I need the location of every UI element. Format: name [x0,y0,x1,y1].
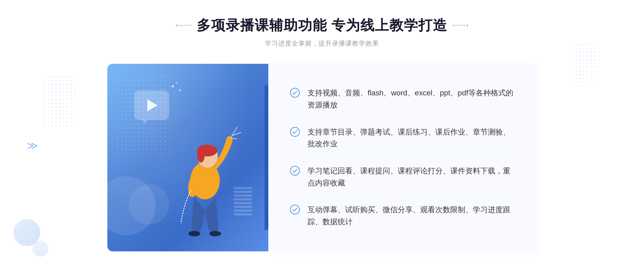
feature-item-4: 互动弹幕、试听购买、微信分享、观看次数限制、学习进度跟踪、数据统计 [290,197,515,234]
page-container: ≫ 多项录播课辅助功能 专为线上教学打造 学习进度全掌握，提升 [0,0,644,261]
svg-point-4 [188,231,200,236]
main-content: 支持视频、音频、flash、word、excel、ppt、pdf等各种格式的资源… [107,64,537,251]
title-decoration-right [453,24,468,27]
check-icon-4 [290,204,300,215]
feature-text-3: 学习笔记回看、课程提问、课程评论打分、课件资料下载，重点内容收藏 [308,165,515,189]
page-title: 多项录播课辅助功能 专为线上教学打造 [197,16,447,35]
svg-point-5 [209,231,221,236]
chevron-left-icon: ≫ [27,139,38,152]
page-header: 多项录播课辅助功能 专为线上教学打造 学习进度全掌握，提升录播课教学效果 [176,16,468,48]
feature-text-2: 支持章节目录、弹题考试、课后练习、课后作业、章节测验、批改作业 [308,126,515,150]
feature-text-1: 支持视频、音频、flash、word、excel、ppt、pdf等各种格式的资源… [308,87,515,111]
dots-decoration-left [43,75,75,129]
check-icon-2 [290,127,300,137]
play-icon [147,99,158,111]
svg-point-3 [197,148,205,163]
page-subtitle: 学习进度全掌握，提升录播课教学效果 [176,39,468,48]
svg-point-9 [290,88,299,97]
person-figure [162,111,248,251]
svg-point-11 [290,166,299,175]
title-decoration-left [176,24,191,27]
feature-item-3: 学习笔记回看、课程提问、课程评论打分、课件资料下载，重点内容收藏 [290,159,515,196]
deco-circle-small [32,241,48,257]
accent-bar [265,85,268,230]
title-row: 多项录播课辅助功能 专为线上教学打造 [176,16,468,35]
illustration-panel [107,64,268,251]
feature-text-4: 互动弹幕、试听购买、微信分享、观看次数限制、学习进度跟踪、数据统计 [308,204,515,228]
feature-item-1: 支持视频、音频、flash、word、excel、ppt、pdf等各种格式的资源… [290,81,515,118]
features-panel: 支持视频、音频、flash、word、excel、ppt、pdf等各种格式的资源… [268,64,537,251]
dots-decoration-right [574,43,601,86]
svg-point-10 [290,127,299,136]
feature-item-2: 支持章节目录、弹题考试、课后练习、课后作业、章节测验、批改作业 [290,120,515,157]
check-icon-3 [290,166,300,176]
svg-point-12 [290,205,299,214]
check-icon-1 [290,88,300,98]
